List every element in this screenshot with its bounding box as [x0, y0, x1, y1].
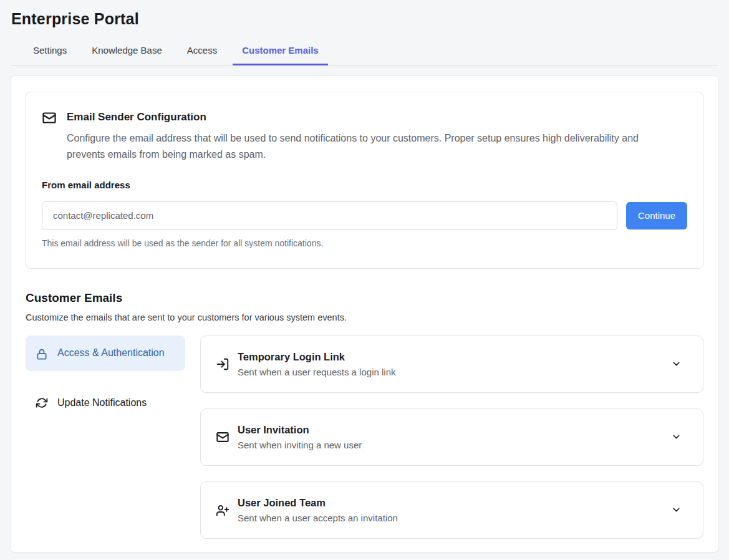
tab-bar: Settings Knowledge Base Access Customer … — [11, 41, 718, 65]
tab-access[interactable]: Access — [178, 41, 226, 65]
page-header: Enterprise Portal Settings Knowledge Bas… — [0, 0, 729, 65]
from-email-input[interactable] — [42, 201, 617, 230]
tab-settings[interactable]: Settings — [24, 41, 76, 65]
email-card-user-invitation[interactable]: User Invitation Sent when inviting a new… — [200, 408, 703, 466]
category-update-notifications[interactable]: Update Notifications — [26, 387, 185, 419]
chevron-down-icon[interactable] — [665, 359, 688, 369]
email-title: Temporary Login Link — [238, 351, 395, 363]
email-card-temporary-login-link[interactable]: Temporary Login Link Sent when a user re… — [200, 336, 703, 393]
email-template-list: Temporary Login Link Sent when a user re… — [200, 336, 703, 539]
chevron-down-icon[interactable] — [665, 504, 688, 515]
category-label: Access & Authentication — [57, 345, 165, 361]
email-helper-text: This email address will be used as the s… — [42, 238, 687, 248]
login-icon — [216, 357, 229, 371]
mail-icon — [216, 430, 229, 444]
customer-emails-title: Customer Emails — [26, 291, 703, 305]
card-title: Email Sender Configuration — [67, 110, 206, 123]
tab-knowledge-base[interactable]: Knowledge Base — [82, 41, 171, 65]
mail-icon — [42, 110, 57, 125]
email-title: User Invitation — [238, 424, 362, 436]
email-card-user-joined-team[interactable]: User Joined Team Sent when a user accept… — [200, 481, 703, 539]
lock-icon — [36, 348, 48, 360]
page-title: Enterprise Portal — [11, 10, 718, 28]
email-subtitle: Sent when a user requests a login link — [238, 367, 395, 377]
main-panel: Email Sender Configuration Configure the… — [10, 75, 719, 553]
user-plus-icon — [216, 503, 229, 517]
email-subtitle: Sent when a user accepts an invitation — [238, 513, 398, 523]
category-label: Update Notifications — [57, 397, 147, 408]
email-subtitle: Sent when inviting a new user — [238, 440, 362, 450]
from-email-label: From email address — [42, 180, 687, 190]
email-sender-config-card: Email Sender Configuration Configure the… — [26, 92, 703, 269]
chevron-down-icon[interactable] — [665, 432, 688, 442]
refresh-icon — [36, 397, 48, 409]
tab-customer-emails[interactable]: Customer Emails — [233, 41, 328, 65]
email-category-list: Access & Authentication Update Notificat… — [26, 336, 185, 419]
card-description: Configure the email address that will be… — [67, 130, 678, 163]
customer-emails-subtitle: Customize the emails that are sent to yo… — [26, 312, 703, 322]
continue-button[interactable]: Continue — [626, 202, 687, 229]
category-access-authentication[interactable]: Access & Authentication — [26, 336, 185, 371]
email-title: User Joined Team — [238, 497, 398, 509]
